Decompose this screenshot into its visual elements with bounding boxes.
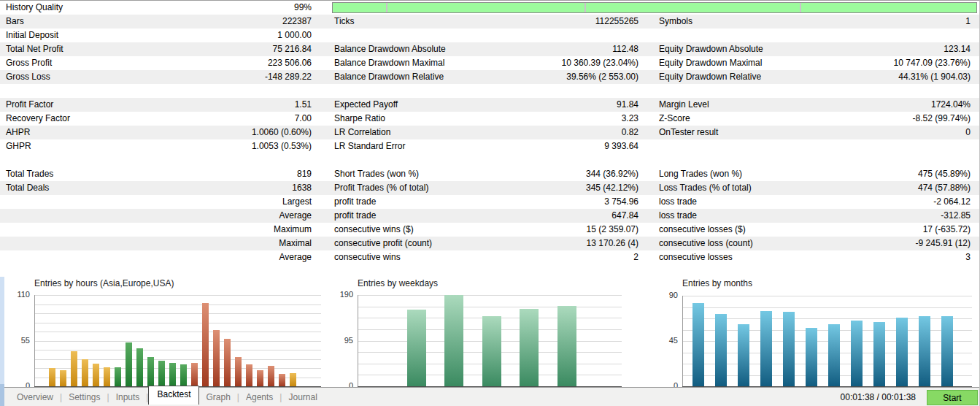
stat-row: Averageconsecutive wins2consecutive loss…	[0, 250, 980, 264]
y-axis-line	[682, 296, 683, 386]
y-tick-label: 90	[656, 291, 678, 299]
bar	[60, 370, 66, 386]
stat-label: profit trade	[334, 195, 376, 209]
y-axis-line	[34, 295, 35, 386]
stat-row: Gross Loss-148 289.22Balance Drawdown Re…	[0, 70, 980, 84]
tab-graph[interactable]: Graph	[199, 392, 236, 402]
y-tick-label: 55	[8, 336, 30, 345]
stat-label: Short Trades (won %)	[334, 167, 419, 181]
stat-label: Recovery Factor	[6, 112, 70, 126]
chart-title: Entries by months	[682, 278, 752, 288]
stat-value: 10 747.09 (23.76%)	[894, 56, 971, 70]
stat-value: 1.51	[295, 98, 312, 112]
gridline	[34, 295, 321, 296]
stat-value: Maximum	[274, 223, 312, 237]
bar	[191, 363, 198, 386]
stat-label: AHPR	[6, 126, 30, 139]
stat-label: History Quality	[6, 1, 63, 15]
bar	[104, 367, 110, 386]
bar	[851, 321, 863, 386]
stat-label: Sharpe Ratio	[334, 112, 385, 126]
progress-segment-divider	[800, 3, 801, 12]
stat-value: 474 (57.88%)	[918, 181, 971, 195]
left-edge-strip	[0, 277, 4, 384]
tab-agents[interactable]: Agents	[239, 392, 279, 402]
progress-bar	[332, 2, 977, 13]
bar	[407, 310, 426, 386]
stat-value: 3.23	[622, 112, 638, 126]
stat-value: 3	[965, 250, 971, 264]
stat-label: loss trade	[659, 209, 697, 223]
stat-value: 7.00	[295, 112, 312, 126]
bar	[896, 318, 908, 386]
stat-value: 222387	[282, 15, 312, 28]
start-button[interactable]: Start	[927, 390, 978, 405]
stat-label: LR Standard Error	[334, 139, 405, 153]
bar	[738, 324, 749, 386]
progress-segment-divider	[386, 3, 387, 12]
stat-value: 0	[965, 126, 971, 139]
tab-backtest[interactable]: Backtest	[148, 386, 199, 405]
tab-inputs[interactable]: Inputs	[109, 392, 147, 402]
gridline	[34, 332, 321, 332]
stat-row: Total Deals1638Profit Trades (% of total…	[0, 181, 980, 195]
stat-value: 1638	[292, 181, 312, 195]
chart-title: Entries by weekdays	[358, 278, 438, 288]
stat-value: 344 (36.92%)	[586, 167, 638, 181]
stat-row: History Quality99%	[0, 1, 980, 15]
stat-value: 1.0053 (0.53%)	[252, 139, 312, 153]
stat-label: GHPR	[6, 139, 31, 153]
stat-row: Averageprofit trade647.84loss trade-312.…	[0, 209, 980, 223]
stat-value: 3 754.96	[604, 195, 638, 209]
bar	[873, 322, 885, 386]
stat-label: Gross Loss	[6, 70, 50, 84]
stat-value: 223 506.06	[268, 56, 312, 70]
stat-value: 15 (2 359.07)	[587, 223, 638, 237]
stat-row: Bars222387Ticks112255265Symbols1	[0, 15, 980, 28]
bar	[783, 312, 795, 386]
bar	[692, 303, 704, 386]
stat-label: Profit Factor	[6, 98, 53, 112]
bar	[126, 342, 132, 386]
stat-label: LR Correlation	[334, 126, 390, 139]
stat-label: Symbols	[659, 15, 692, 28]
stat-value: 1724.04%	[931, 98, 971, 112]
stat-row	[0, 84, 980, 98]
tab-overview[interactable]: Overview	[10, 392, 60, 402]
stat-value: 475 (45.89%)	[918, 167, 971, 181]
gridline	[682, 307, 972, 308]
bar	[715, 314, 727, 386]
bar	[941, 316, 953, 386]
stat-label: Profit Trades (% of total)	[334, 181, 428, 195]
bar	[82, 359, 88, 387]
stat-value: -2 064.12	[933, 195, 971, 209]
gridline	[358, 295, 622, 296]
stat-row: Recovery Factor7.00Sharpe Ratio3.23Z-Sco…	[0, 112, 980, 126]
stat-value: 10 360.39 (23.04%)	[562, 56, 638, 70]
stat-label: Equity Drawdown Absolute	[659, 42, 763, 56]
stat-label: Ticks	[334, 15, 355, 28]
tab-journal[interactable]: Journal	[282, 392, 323, 402]
bar	[71, 351, 77, 386]
stat-value: 2	[633, 250, 638, 264]
y-tick-label: 110	[8, 290, 30, 299]
stat-label: Gross Profit	[6, 56, 52, 70]
stat-row: Maximumconsecutive wins ($)15 (2 359.07)…	[0, 223, 980, 237]
tab-settings[interactable]: Settings	[62, 392, 107, 402]
stat-row: AHPR1.0060 (0.60%)LR Correlation0.82OnTe…	[0, 126, 980, 139]
stat-row	[0, 153, 980, 167]
stat-value: 1.0060 (0.60%)	[252, 126, 312, 139]
stat-label: Bars	[6, 15, 24, 28]
bar	[760, 311, 772, 386]
y-axis-line	[358, 295, 358, 386]
bar	[806, 328, 817, 386]
stat-label: Total Trades	[6, 167, 53, 181]
bar	[136, 348, 143, 386]
stat-label: consecutive wins	[334, 250, 401, 264]
stat-row: Largestprofit trade3 754.96loss trade-2 …	[0, 195, 980, 209]
stat-value: 13 170.26 (4)	[587, 237, 638, 250]
stat-label: Total Deals	[6, 181, 49, 195]
charts-area: Entries by hours (Asia,Europe,USA)110550…	[0, 277, 980, 388]
stat-row: Total Trades819Short Trades (won %)344 (…	[0, 167, 980, 181]
bar	[919, 316, 930, 386]
